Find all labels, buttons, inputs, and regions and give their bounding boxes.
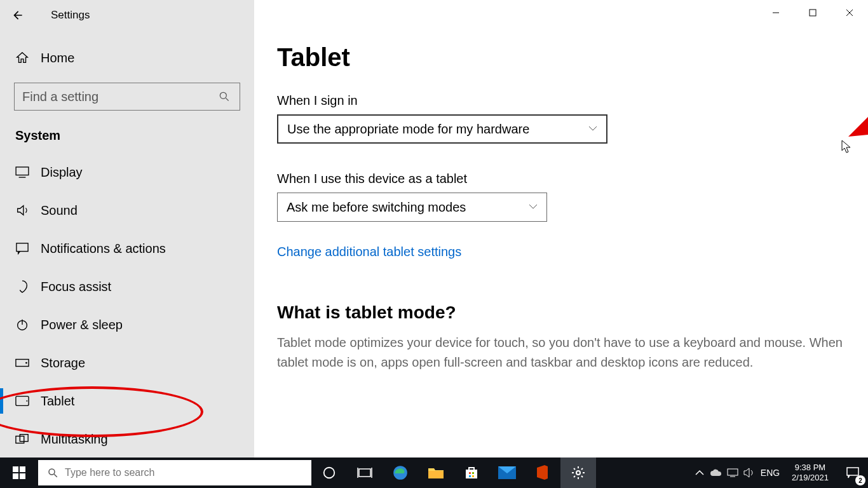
tray-time: 9:38 PM [783,463,837,473]
device-dropdown-value: Ask me before switching modes [287,200,466,215]
taskbar-cortana[interactable] [311,458,347,488]
search-icon [217,90,232,103]
svg-rect-2 [16,167,29,175]
taskbar-mail[interactable] [489,458,525,488]
svg-rect-21 [13,473,18,479]
home-icon [15,51,29,65]
what-is-body: Tablet mode optimizes your device for to… [277,333,845,372]
signin-label: When I sign in [277,93,845,108]
sidebar-item-label: Tablet [41,394,74,409]
additional-settings-link[interactable]: Change additional tablet settings [277,245,461,259]
app-title: Settings [51,9,90,22]
taskbar-pinned [311,458,596,488]
display-icon [15,166,29,178]
sidebar-item-storage[interactable]: Storage [0,344,254,382]
page-title: Tablet [277,43,845,72]
svg-point-23 [49,469,55,475]
maximize-button[interactable] [794,0,831,25]
cortana-icon [322,466,336,480]
sidebar-item-label: Power & sleep [41,318,123,332]
action-center-button[interactable]: 2 [837,458,868,488]
volume-icon [743,468,755,478]
sidebar-item-label: Multitasking [41,432,108,447]
group-title: System [15,128,254,143]
sidebar-item-home[interactable]: Home [0,43,254,72]
taskbar-search[interactable] [38,460,311,485]
taskbar-settings[interactable] [560,458,596,488]
taskbar: ENG 9:38 PM 2/19/2021 2 [0,458,868,488]
sound-icon [15,203,29,217]
close-button[interactable] [831,0,868,25]
tablet-icon [15,395,29,407]
sidebar-item-focus-assist[interactable]: Focus assist [0,268,254,306]
taskbar-explorer[interactable] [418,458,454,488]
taskbar-search-field[interactable] [65,467,302,478]
svg-rect-4 [17,243,28,252]
search-wrap [14,83,240,111]
sidebar-item-tablet[interactable]: Tablet [0,382,254,420]
focus-assist-icon [15,280,29,294]
back-button[interactable] [0,0,36,30]
cloud-icon [710,468,722,477]
sidebar-item-notifications[interactable]: Notifications & actions [0,229,254,268]
tray-display[interactable] [724,458,741,488]
sidebar-item-power-sleep[interactable]: Power & sleep [0,306,254,344]
sidebar-item-label: Focus assist [41,280,111,294]
mail-icon [498,466,516,479]
signin-dropdown[interactable]: Use the appropriate mode for my hardware [277,114,607,144]
tray-volume[interactable] [741,458,757,488]
main-content: Tablet When I sign in Use the appropriat… [254,0,868,458]
edge-icon [392,464,409,481]
windows-icon [13,466,25,479]
nav-list: Display Sound Notifications & actions Fo… [0,153,254,458]
taskbar-taskview[interactable] [347,458,383,488]
cursor-icon [841,140,853,154]
home-label: Home [41,51,74,65]
sidebar-item-label: Notifications & actions [41,241,166,256]
what-is-title: What is tablet mode? [277,302,845,323]
multitasking-icon [15,433,29,445]
svg-rect-31 [466,470,477,478]
search-input[interactable] [14,83,240,111]
svg-point-25 [324,468,335,478]
monitor-icon [727,468,738,477]
svg-point-10 [26,400,27,402]
svg-rect-33 [472,472,474,474]
sidebar-item-sound[interactable]: Sound [0,191,254,229]
svg-line-24 [54,474,57,477]
sidebar: Settings Home System Display [0,0,254,458]
sidebar-item-display[interactable]: Display [0,153,254,191]
tray-overflow[interactable] [691,458,708,488]
office-icon [536,464,550,481]
sidebar-item-label: Display [41,165,83,180]
device-dropdown[interactable]: Ask me before switching modes [277,193,547,222]
minimize-button[interactable] [757,0,794,25]
tray-date: 2/19/2021 [783,473,837,483]
notification-badge: 2 [855,475,865,485]
tray-language[interactable]: ENG [757,468,783,478]
taskbar-store[interactable] [454,458,489,488]
svg-marker-18 [848,111,868,137]
svg-line-17 [864,40,868,127]
svg-rect-35 [472,475,474,477]
store-icon [464,465,479,480]
system-tray: ENG 9:38 PM 2/19/2021 2 [691,458,868,488]
svg-point-37 [576,471,580,475]
svg-rect-40 [847,468,858,475]
taskbar-office[interactable] [525,458,560,488]
tray-clock[interactable]: 9:38 PM 2/19/2021 [783,463,837,484]
svg-rect-19 [13,466,18,472]
window-controls [757,0,868,25]
taskbar-edge[interactable] [383,458,418,488]
sidebar-item-multitasking[interactable]: Multitasking [0,420,254,458]
svg-rect-38 [728,469,738,475]
search-field[interactable] [22,90,217,104]
chevron-down-icon [588,126,597,132]
tray-onedrive[interactable] [708,458,724,488]
start-button[interactable] [0,458,38,488]
sidebar-item-label: Storage [41,356,85,370]
power-icon [15,318,29,332]
svg-rect-22 [20,473,25,479]
gear-icon [571,465,586,480]
svg-point-8 [25,362,27,364]
